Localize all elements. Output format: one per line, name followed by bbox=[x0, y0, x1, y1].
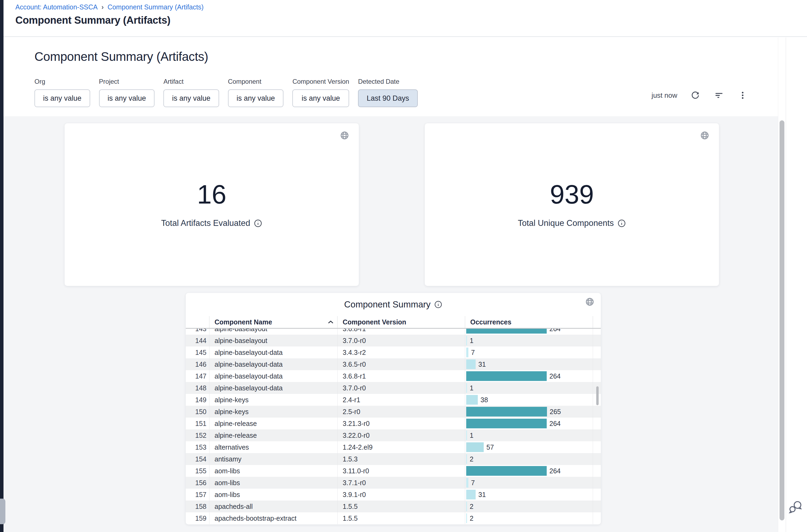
breadcrumb-page-link[interactable]: Component Summary (Artifacts) bbox=[108, 3, 204, 11]
column-header-component-version[interactable]: Component Version bbox=[338, 316, 465, 328]
occurrences-value: 1 bbox=[470, 432, 474, 439]
table-row[interactable]: 155 aom-libs 3.11.0-r0 264 bbox=[186, 465, 601, 477]
filter-bar: Org is any value Project is any value Ar… bbox=[35, 78, 418, 107]
sidebar-handle[interactable] bbox=[0, 499, 5, 524]
table-row[interactable]: 151 alpine-release 3.21.3-r0 264 bbox=[186, 418, 601, 430]
table-row[interactable]: 157 aom-libs 3.9.1-r0 31 bbox=[186, 489, 601, 500]
table-row[interactable]: 146 alpine-baselayout-data 3.6.5-r0 31 bbox=[186, 358, 601, 370]
component-name-cell: alpine-release bbox=[209, 430, 338, 441]
refresh-button[interactable] bbox=[690, 90, 701, 101]
row-index-cell: 145 bbox=[186, 346, 209, 358]
component-name-cell: alpine-release bbox=[209, 418, 338, 430]
breadcrumb-separator-icon: › bbox=[101, 3, 104, 11]
component-name-cell: alpine-baselayout bbox=[209, 329, 338, 335]
table-body: 143 alpine-baselayout 3.6.8-r1 264 144 a… bbox=[186, 329, 601, 525]
table-row[interactable]: 152 alpine-release 3.22.0-r0 1 bbox=[186, 430, 601, 441]
info-icon[interactable] bbox=[617, 219, 626, 228]
info-icon[interactable] bbox=[434, 301, 442, 308]
occurrences-value: 7 bbox=[471, 349, 475, 357]
occurrences-value: 7 bbox=[471, 479, 475, 487]
occurrences-value: 31 bbox=[478, 361, 486, 368]
occurrences-cell: 38 bbox=[465, 394, 593, 406]
table-row[interactable]: 144 alpine-baselayout 3.7.0-r0 1 bbox=[186, 335, 601, 346]
component-version-cell: 3.7.1-r0 bbox=[338, 477, 465, 489]
filter-value-button[interactable]: is any value bbox=[228, 89, 284, 107]
page-scrollbar-track[interactable] bbox=[778, 37, 786, 532]
dashboard-scroll-area: Component Summary (Artifacts) just now bbox=[3, 37, 778, 532]
column-header-component-name[interactable]: Component Name bbox=[209, 316, 338, 328]
occurrences-cell: 264 bbox=[465, 418, 593, 430]
collapsed-sidebar bbox=[0, 0, 3, 532]
occurrences-bar bbox=[466, 442, 484, 452]
component-version-cell: 2.5-r0 bbox=[338, 406, 465, 418]
row-index-cell: 159 bbox=[186, 512, 209, 524]
component-name-cell: alpine-baselayout-data bbox=[209, 382, 338, 394]
component-version-cell: 3.6.8-r1 bbox=[338, 370, 465, 382]
stat-card-total-artifacts: 16 Total Artifacts Evaluated bbox=[64, 123, 359, 286]
component-version-cell: 3.11.0-r0 bbox=[338, 465, 465, 477]
occurrences-value: 265 bbox=[550, 408, 561, 416]
table-header-row: Component Name Component Version Occurre… bbox=[186, 316, 601, 329]
last-refreshed-text: just now bbox=[652, 91, 677, 100]
component-name-cell: alpine-keys bbox=[209, 394, 338, 406]
filter-label: Component bbox=[228, 78, 284, 86]
info-icon[interactable] bbox=[254, 219, 262, 228]
component-name-cell: apacheds-all bbox=[209, 500, 338, 512]
table-row[interactable]: 148 alpine-baselayout-data 3.7.0-r0 1 bbox=[186, 382, 601, 394]
filter-group: Project is any value bbox=[99, 78, 155, 107]
occurrences-bar bbox=[466, 454, 467, 464]
page-title: Component Summary (Artifacts) bbox=[15, 15, 170, 26]
table-row[interactable]: 149 alpine-keys 2.4-r1 38 bbox=[186, 394, 601, 406]
component-version-cell: 1.5.5 bbox=[338, 500, 465, 512]
component-version-cell: 3.7.0-r0 bbox=[338, 335, 465, 346]
row-index-cell: 157 bbox=[186, 489, 209, 500]
column-header-occurrences[interactable]: Occurrences bbox=[465, 316, 593, 328]
breadcrumb-account-link[interactable]: Account: Automation-SSCA bbox=[15, 3, 98, 11]
filter-value-button[interactable]: Last 90 Days bbox=[358, 89, 418, 107]
table-row[interactable]: 145 alpine-baselayout-data 3.4.3-r2 7 bbox=[186, 346, 601, 358]
component-version-cell: 3.4.3-r2 bbox=[338, 346, 465, 358]
more-options-button[interactable] bbox=[737, 90, 748, 101]
filter-toggle-button[interactable] bbox=[713, 90, 725, 101]
table-row[interactable]: 159 apacheds-bootstrap-extract 1.5.5 2 bbox=[186, 512, 601, 524]
occurrences-value: 2 bbox=[470, 503, 474, 511]
table-scrollbar-thumb[interactable] bbox=[596, 386, 599, 405]
component-version-cell: 3.6.5-r0 bbox=[338, 358, 465, 370]
component-name-cell: alpine-baselayout bbox=[209, 335, 338, 346]
row-index-cell: 149 bbox=[186, 394, 209, 406]
table-row[interactable]: 156 aom-libs 3.7.1-r0 7 bbox=[186, 477, 601, 489]
occurrences-cell: 1 bbox=[465, 335, 593, 346]
column-header-label: Occurrences bbox=[470, 318, 512, 326]
filter-group: Component Version is any value bbox=[292, 78, 349, 107]
table-row[interactable]: 154 antisamy 1.5.3 2 bbox=[186, 453, 601, 465]
filter-label: Org bbox=[35, 78, 90, 86]
component-version-cell: 2.4-r1 bbox=[338, 394, 465, 406]
row-index-cell: 154 bbox=[186, 453, 209, 465]
occurrences-value: 264 bbox=[550, 467, 561, 475]
column-header-index bbox=[186, 316, 209, 328]
occurrences-value: 2 bbox=[470, 514, 474, 522]
occurrences-bar bbox=[466, 431, 467, 440]
component-version-cell: 1.5.5 bbox=[338, 512, 465, 524]
table-row[interactable]: 158 apacheds-all 1.5.5 2 bbox=[186, 500, 601, 512]
component-name-cell: aom-libs bbox=[209, 477, 338, 489]
page-scrollbar-thumb[interactable] bbox=[780, 120, 784, 520]
occurrences-bar bbox=[466, 490, 476, 499]
component-name-cell: alternatives bbox=[209, 441, 338, 453]
row-index-cell: 153 bbox=[186, 441, 209, 453]
chat-help-icon[interactable] bbox=[789, 500, 803, 514]
occurrences-bar bbox=[466, 419, 547, 428]
column-header-label: Component Name bbox=[214, 318, 272, 326]
filter-value-button[interactable]: is any value bbox=[35, 89, 90, 107]
filter-value-button[interactable]: is any value bbox=[164, 89, 219, 107]
table-row[interactable]: 153 alternatives 1.24-2.el9 57 bbox=[186, 441, 601, 453]
row-index-cell: 156 bbox=[186, 477, 209, 489]
filter-value-button[interactable]: is any value bbox=[292, 89, 349, 107]
component-summary-table-card: Component Summary Component Name bbox=[186, 293, 601, 525]
table-row[interactable]: 143 alpine-baselayout 3.6.8-r1 264 bbox=[186, 329, 601, 335]
filter-value-button[interactable]: is any value bbox=[99, 89, 155, 107]
filter-label: Project bbox=[99, 78, 155, 86]
table-row[interactable]: 147 alpine-baselayout-data 3.6.8-r1 264 bbox=[186, 370, 601, 382]
table-row[interactable]: 150 alpine-keys 2.5-r0 265 bbox=[186, 406, 601, 418]
row-index-cell: 148 bbox=[186, 382, 209, 394]
